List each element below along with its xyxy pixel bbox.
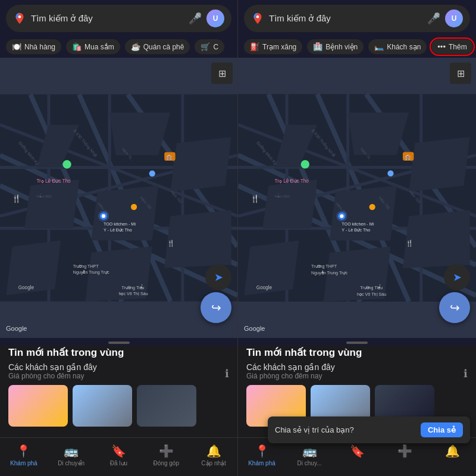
right-bottom-area: Chia sẻ vị trí của bạn? Chia sẻ 📍 Khám p… <box>238 437 476 476</box>
right-layer-button[interactable]: ⊞ <box>450 62 471 84</box>
left-layer-button[interactable]: ⊞ <box>211 62 233 84</box>
left-hotel-subtitle: Các khách sạn gần đây <box>8 362 97 372</box>
left-nav-contribute[interactable]: ➕ Đóng góp <box>142 441 190 469</box>
svg-text:TOO kitchen - Mì: TOO kitchen - Mì <box>342 222 374 227</box>
right-nav-transport-icon: 🚌 <box>302 444 317 458</box>
left-navigate-button[interactable]: ↪ <box>201 292 231 323</box>
right-map-area[interactable]: Đường Minh Kỳ B 630 Thống Nhất Hẻm 73...… <box>238 58 476 338</box>
left-nav-updates-icon: 🔔 <box>206 444 221 458</box>
svg-text:Trường THPT: Trường THPT <box>73 264 99 269</box>
svg-point-39 <box>149 170 155 176</box>
left-category-bar: 🍽️ Nhà hàng 🛍️ Mua sắm ☕ Quán cà phê 🛒 C <box>0 37 237 58</box>
svg-text:Y - Lê Đức Tho: Y - Lê Đức Tho <box>342 228 370 233</box>
left-nav-explore-icon: 📍 <box>16 444 31 458</box>
left-nav-contribute-icon: ➕ <box>159 444 174 458</box>
svg-text:Hẻm 862: Hẻm 862 <box>36 194 52 199</box>
right-nav-updates[interactable]: 🔔 <box>428 441 476 469</box>
right-info-icon[interactable]: ℹ <box>464 367 468 380</box>
left-pill-restaurant[interactable]: 🍽️ Nhà hàng <box>6 39 61 54</box>
left-info-icon[interactable]: ℹ <box>225 367 229 380</box>
left-search-bar[interactable]: Tìm kiếm ở đây 🎤 U <box>6 5 231 32</box>
right-pill-more[interactable]: ••• Thêm <box>431 39 472 54</box>
left-map-svg: Đường Minh Kỳ B 630 Thống Nhất Hẻm 73...… <box>0 58 237 338</box>
left-mic-icon[interactable]: 🎤 <box>189 12 202 25</box>
right-compass-button[interactable]: ➤ <box>444 264 470 290</box>
right-pill-gas[interactable]: ⛽ Trạm xăng <box>244 39 302 54</box>
right-pill-hotel[interactable]: 🛏️ Khách sạn <box>368 39 427 54</box>
left-nav-updates[interactable]: 🔔 Cập nhật <box>190 441 237 469</box>
svg-text:🍴: 🍴 <box>12 194 21 203</box>
left-nav-explore[interactable]: 📍 Khám phá <box>0 441 48 469</box>
right-nav-updates-icon: 🔔 <box>445 444 460 458</box>
right-nav-contribute[interactable]: ➕ <box>381 441 428 469</box>
right-pill-gas-label: Trạm xăng <box>262 43 296 51</box>
left-pill-more-label: C <box>213 43 218 51</box>
left-hotel-info: Các khách sạn gần đây Giá phòng cho đêm … <box>8 362 97 385</box>
share-location-toast: Chia sẻ vị trí của bạn? Chia sẻ <box>268 416 470 443</box>
right-layer-icon: ⊞ <box>457 68 465 79</box>
left-pill-cafe[interactable]: ☕ Quán cà phê <box>125 39 190 54</box>
right-nav-explore-label: Khám phá <box>248 460 275 466</box>
svg-point-42 <box>102 214 105 218</box>
left-pill-cafe-label: Quán cà phê <box>143 43 184 51</box>
right-avatar[interactable]: U <box>445 10 463 27</box>
svg-marker-68 <box>403 210 470 268</box>
svg-text:học Võ Thị Sáu: học Võ Thị Sáu <box>357 292 386 297</box>
svg-point-0 <box>18 15 21 18</box>
left-hotel-img-3[interactable] <box>137 385 196 427</box>
svg-text:Y - Lê Đức Tho: Y - Lê Đức Tho <box>104 228 132 233</box>
left-pill-more[interactable]: 🛒 C <box>195 39 224 54</box>
share-button[interactable]: Chia sẻ <box>421 422 463 437</box>
left-nav-transport[interactable]: 🚌 Di chuyển <box>48 441 95 469</box>
right-panel: Tìm kiếm ở đây 🎤 U ⛽ Trạm xăng 🏥 Bệnh vi… <box>238 0 476 476</box>
right-mic-icon[interactable]: 🎤 <box>427 12 440 25</box>
left-search-text: Tìm kiếm ở đây <box>31 13 184 24</box>
right-pill-hotel-label: Khách sạn <box>387 43 421 51</box>
svg-marker-63 <box>262 180 317 228</box>
right-hotel-subtitle: Các khách sạn gần đây <box>246 362 335 372</box>
svg-text:Trường Tiểu: Trường Tiểu <box>122 284 145 290</box>
left-nav-updates-label: Cập nhật <box>201 460 226 466</box>
right-nav-explore-icon: 📍 <box>255 444 270 458</box>
left-avatar[interactable]: U <box>206 10 224 27</box>
right-nav-saved[interactable]: 🔖 <box>333 441 381 469</box>
right-hotel-desc: Giá phòng cho đêm nay <box>246 372 335 380</box>
right-hotel-info: Các khách sạn gần đây Giá phòng cho đêm … <box>246 362 335 385</box>
left-hotel-row: Các khách sạn gần đây Giá phòng cho đêm … <box>8 362 229 385</box>
right-search-bar[interactable]: Tìm kiếm ở đây 🎤 U <box>244 5 470 32</box>
restaurant-icon: 🍽️ <box>12 42 21 51</box>
left-nav-saved[interactable]: 🔖 Đã lưu <box>95 441 143 469</box>
right-compass-icon: ➤ <box>453 271 462 284</box>
svg-text:Trọ Lê Đức Tho: Trọ Lê Đức Tho <box>275 178 309 184</box>
cafe-icon: ☕ <box>131 42 140 51</box>
left-panel: Tìm kiếm ở đây 🎤 U 🍽️ Nhà hàng 🛍️ Mua sắ… <box>0 0 238 476</box>
left-hotel-img-2[interactable] <box>73 385 132 427</box>
right-pill-hospital[interactable]: 🏥 Bệnh viện <box>307 39 364 54</box>
svg-text:🏨: 🏨 <box>166 154 173 161</box>
left-nav-transport-icon: 🚌 <box>64 444 79 458</box>
right-navigate-icon: ↪ <box>450 300 460 315</box>
right-nav-explore[interactable]: 📍 Khám phá <box>238 441 286 469</box>
left-navigate-icon: ↪ <box>211 300 221 315</box>
gas-icon: ⛽ <box>250 42 259 51</box>
svg-point-37 <box>62 160 71 168</box>
left-hotel-desc: Giá phòng cho đêm nay <box>8 372 97 380</box>
right-nav-transport[interactable]: 🚌 Di chuy... <box>286 441 333 469</box>
svg-text:🏨: 🏨 <box>405 154 411 161</box>
left-hotel-img-1[interactable] <box>8 385 68 427</box>
svg-marker-16 <box>24 180 79 228</box>
left-drag-handle[interactable] <box>108 342 130 344</box>
hotel-icon: 🛏️ <box>374 42 384 51</box>
right-navigate-button[interactable]: ↪ <box>439 292 470 323</box>
left-bottom-nav: 📍 Khám phá 🚌 Di chuyển 🔖 Đã lưu ➕ Đóng g… <box>0 437 237 476</box>
svg-marker-65 <box>409 137 470 192</box>
svg-text:Google: Google <box>256 285 273 290</box>
more-dots-icon: ••• <box>437 42 446 51</box>
svg-point-85 <box>369 204 375 210</box>
left-compass-button[interactable]: ➤ <box>205 264 231 290</box>
right-drag-handle[interactable] <box>346 342 368 344</box>
svg-text:Trọ Lê Đức Tho: Trọ Lê Đức Tho <box>36 178 71 184</box>
right-category-bar: ⛽ Trạm xăng 🏥 Bệnh viện 🛏️ Khách sạn •••… <box>238 37 476 58</box>
left-map-area[interactable]: Đường Minh Kỳ B 630 Thống Nhất Hẻm 73...… <box>0 58 237 338</box>
left-pill-shopping[interactable]: 🛍️ Mua sắm <box>66 39 120 54</box>
